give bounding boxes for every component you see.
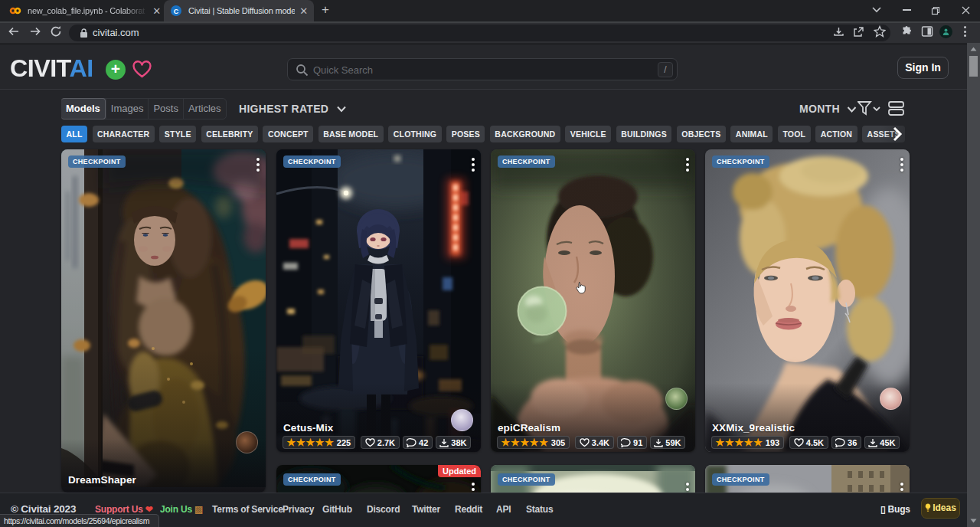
svg-text:C: C <box>174 8 179 15</box>
